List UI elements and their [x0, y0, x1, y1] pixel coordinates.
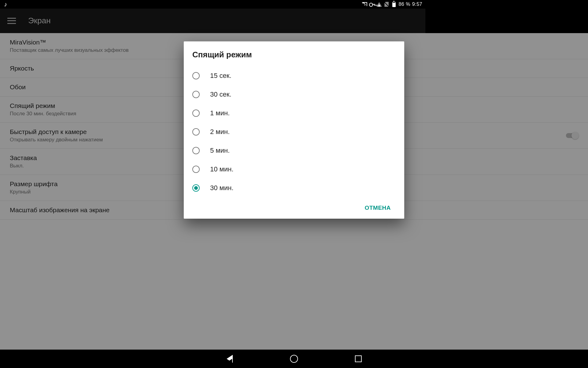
sleep-option[interactable]: 30 мин.: [192, 178, 396, 197]
sleep-option-label: 1 мин.: [210, 109, 230, 117]
radio-icon: [192, 91, 200, 98]
radio-icon: [192, 109, 200, 117]
battery-icon: [391, 2, 397, 7]
vpn-key-icon: [369, 2, 375, 7]
sleep-option-label: 30 мин.: [210, 184, 233, 192]
status-bar: 86 % 9:57: [0, 0, 425, 9]
sleep-option-label: 15 сек.: [210, 72, 232, 80]
sleep-option-label: 2 мин.: [210, 128, 230, 136]
sleep-option-label: 30 сек.: [210, 90, 232, 98]
sleep-option[interactable]: 15 сек.: [192, 66, 396, 85]
radio-icon: [192, 184, 200, 192]
radio-icon: [192, 166, 200, 173]
radio-icon: [192, 147, 200, 154]
music-note-icon: [3, 2, 8, 7]
cast-icon: [362, 2, 367, 7]
sleep-option[interactable]: 30 сек.: [192, 85, 396, 104]
radio-icon: [192, 128, 200, 136]
dialog-title: Спящий режим: [192, 50, 396, 59]
battery-percent: 86 %: [398, 2, 410, 7]
clock: 9:57: [412, 2, 422, 7]
sleep-option-label: 10 мин.: [210, 165, 233, 173]
wifi-icon: [376, 2, 382, 7]
sleep-option[interactable]: 5 мин.: [192, 141, 396, 160]
sleep-option-label: 5 мин.: [210, 147, 230, 155]
cancel-button[interactable]: ОТМЕНА: [360, 201, 396, 215]
sleep-option[interactable]: 2 мин.: [192, 122, 396, 141]
sleep-option[interactable]: 1 мин.: [192, 104, 396, 122]
sleep-option[interactable]: 10 мин.: [192, 160, 396, 178]
no-sim-icon: [384, 2, 389, 7]
sleep-timeout-dialog: Спящий режим 15 сек.30 сек.1 мин.2 мин.5…: [184, 41, 404, 219]
radio-icon: [192, 72, 200, 79]
